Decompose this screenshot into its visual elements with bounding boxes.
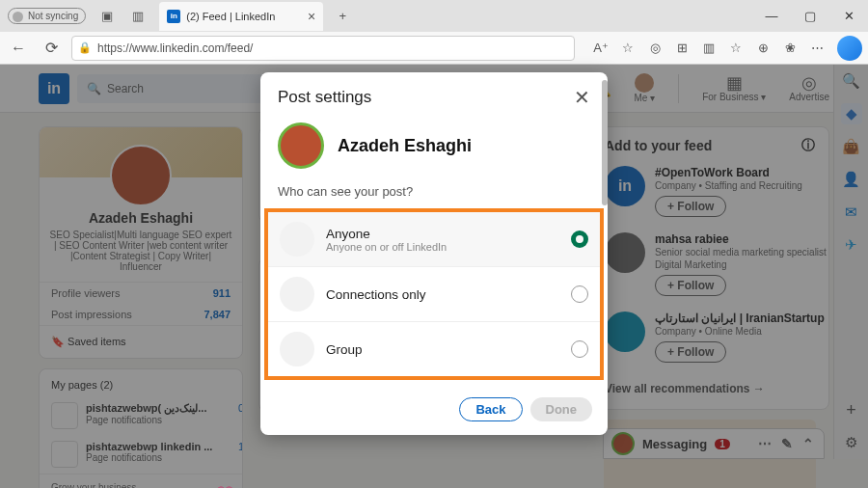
profile-sync-button[interactable]: Not syncing — [8, 8, 86, 24]
favorite-icon[interactable]: ☆ — [617, 38, 638, 59]
url-text: https://www.linkedin.com/feed/ — [97, 41, 253, 55]
split-screen-icon[interactable]: ▥ — [698, 38, 719, 59]
post-settings-modal: Post settings ✕ Azadeh Eshaghi Who can s… — [260, 72, 608, 435]
radio-selected-icon[interactable] — [571, 230, 588, 248]
maximize-button[interactable]: ▢ — [791, 0, 829, 32]
page-viewport: in 🔍 Search 🏠 👥• 💼 💬• 🔔 Me ▾ ▦For Busine… — [0, 65, 868, 488]
modal-scrollbar[interactable] — [602, 80, 608, 205]
address-bar[interactable]: 🔒 https://www.linkedin.com/feed/ — [71, 36, 575, 61]
option-anyone[interactable]: Anyone Anyone on or off LinkedIn — [268, 212, 600, 267]
radio-icon[interactable] — [571, 340, 588, 358]
close-modal-button[interactable]: ✕ — [574, 86, 590, 109]
back-button[interactable]: ← — [6, 36, 31, 61]
close-tab-icon[interactable]: × — [308, 9, 315, 24]
connections-icon — [280, 277, 314, 312]
lock-icon: 🔒 — [78, 41, 92, 54]
modal-question: Who can see your post? — [260, 180, 608, 208]
workspaces-button[interactable]: ▣ — [94, 3, 121, 30]
modal-user-name: Azadeh Eshaghi — [338, 136, 472, 156]
new-tab-button[interactable]: + — [329, 3, 356, 30]
browser-titlebar: Not syncing ▣ ▥ in (2) Feed | LinkedIn ×… — [0, 0, 868, 32]
tab-title: (2) Feed | LinkedIn — [186, 11, 275, 22]
favorites-bar-icon[interactable]: ☆ — [725, 38, 746, 59]
window-controls: — ▢ ✕ — [752, 0, 868, 32]
modal-title: Post settings — [278, 88, 371, 107]
done-button-disabled: Done — [530, 397, 593, 421]
option-connections-only[interactable]: Connections only — [268, 267, 600, 322]
modal-user-avatar — [278, 122, 324, 169]
vertical-tabs-button[interactable]: ▥ — [124, 3, 151, 30]
collections-icon[interactable]: ⊕ — [752, 38, 773, 59]
back-button[interactable]: Back — [459, 397, 522, 421]
minimize-button[interactable]: — — [752, 0, 791, 32]
group-icon — [280, 332, 314, 366]
browser-toolbar: ← ⟳ 🔒 https://www.linkedin.com/feed/ A⁺ … — [0, 32, 868, 65]
close-window-button[interactable]: ✕ — [829, 0, 868, 32]
read-aloud-icon[interactable]: A⁺ — [590, 38, 611, 59]
browser-tab-linkedin[interactable]: in (2) Feed | LinkedIn × — [159, 2, 323, 31]
shopping-icon[interactable]: ◎ — [644, 38, 665, 59]
toolbar-actions: A⁺ ☆ ◎ ⊞ ▥ ☆ ⊕ ❀ ⋯ — [590, 36, 862, 61]
globe-icon — [280, 222, 314, 257]
visibility-options-highlighted: Anyone Anyone on or off LinkedIn Connect… — [264, 208, 604, 380]
extensions-icon[interactable]: ⊞ — [671, 38, 692, 59]
refresh-button[interactable]: ⟳ — [39, 36, 64, 61]
tab-bar: Not syncing ▣ ▥ in (2) Feed | LinkedIn ×… — [0, 0, 356, 32]
settings-menu-icon[interactable]: ⋯ — [806, 38, 827, 59]
browser-essentials-icon[interactable]: ❀ — [779, 38, 800, 59]
linkedin-favicon: in — [167, 10, 180, 23]
copilot-button[interactable] — [837, 36, 862, 61]
option-group[interactable]: Group — [268, 322, 600, 376]
radio-icon[interactable] — [571, 285, 588, 303]
